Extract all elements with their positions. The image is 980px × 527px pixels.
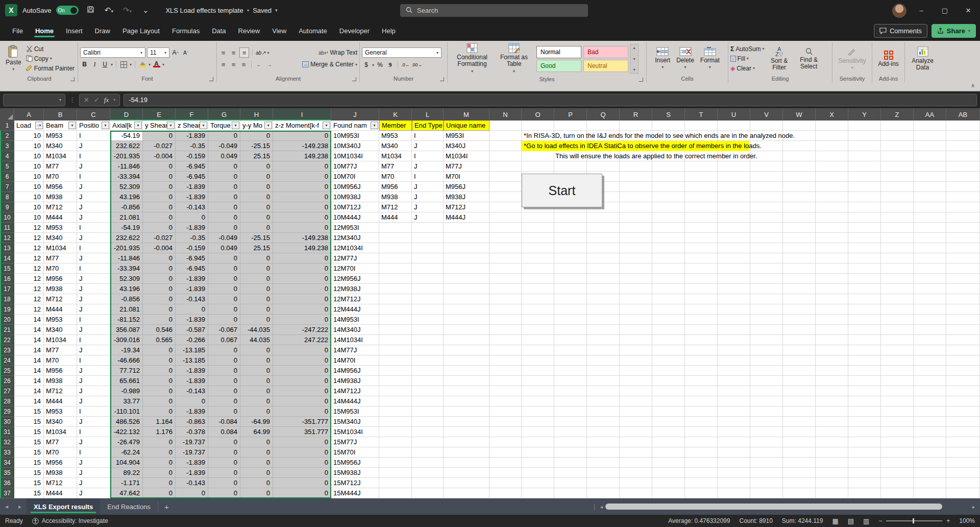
cell-Z36[interactable] xyxy=(881,478,914,488)
cell-Z29[interactable] xyxy=(881,406,914,417)
cell-G36[interactable]: 0 xyxy=(208,478,240,488)
cell-S1[interactable] xyxy=(652,121,685,131)
cell-C23[interactable]: J xyxy=(77,345,110,355)
cell-K33[interactable] xyxy=(379,447,412,458)
cell-K16[interactable] xyxy=(379,274,412,284)
cell-L32[interactable] xyxy=(412,437,444,447)
cell-W12[interactable] xyxy=(783,233,816,243)
status-count[interactable]: Count: 8910 xyxy=(739,517,772,524)
cell-V29[interactable] xyxy=(750,406,783,417)
cell-T1[interactable] xyxy=(685,121,718,131)
cell-V33[interactable] xyxy=(750,447,783,458)
cell-Q37[interactable] xyxy=(587,488,620,498)
cell-O1[interactable] xyxy=(522,121,554,131)
cell-M31[interactable] xyxy=(444,427,489,437)
cell-T18[interactable] xyxy=(685,294,718,304)
cell-N32[interactable] xyxy=(489,437,522,447)
cell-W14[interactable] xyxy=(783,253,816,264)
cell-J25[interactable]: 14M956J xyxy=(331,366,379,376)
cell-I7[interactable]: 0 xyxy=(273,182,331,192)
cell-N34[interactable] xyxy=(489,458,522,468)
cell-G26[interactable]: 0 xyxy=(208,376,240,386)
cell-W9[interactable] xyxy=(783,202,816,212)
cell-K3[interactable]: M340 xyxy=(379,141,412,151)
cell-J12[interactable]: 12M340J xyxy=(331,233,379,243)
cell-D8[interactable]: 43.196 xyxy=(110,192,143,202)
cell-U35[interactable] xyxy=(718,468,750,478)
cell-AA26[interactable] xyxy=(914,376,946,386)
cell-C35[interactable]: J xyxy=(77,468,110,478)
cell-X5[interactable] xyxy=(816,161,848,172)
cell-P32[interactable] xyxy=(554,437,587,447)
cell-G34[interactable]: 0 xyxy=(208,458,240,468)
cell-AA20[interactable] xyxy=(914,315,946,325)
cell-H15[interactable]: 0 xyxy=(240,264,273,274)
cell-T8[interactable] xyxy=(685,192,718,202)
cell-E24[interactable]: 0 xyxy=(143,355,176,366)
cell-H29[interactable]: 0 xyxy=(240,406,273,417)
cell-A33[interactable]: 15 xyxy=(14,447,44,458)
cell-K18[interactable] xyxy=(379,294,412,304)
col-header-W[interactable]: W xyxy=(783,108,816,121)
cell-Y21[interactable] xyxy=(848,325,881,335)
cell-P28[interactable] xyxy=(554,396,587,406)
cell-E34[interactable]: 0 xyxy=(143,458,176,468)
cell-D17[interactable]: 43.196 xyxy=(110,284,143,294)
cell-K15[interactable] xyxy=(379,264,412,274)
cell-L27[interactable] xyxy=(412,386,444,396)
select-all-corner[interactable] xyxy=(0,108,14,121)
cell-Z26[interactable] xyxy=(881,376,914,386)
cell-Y25[interactable] xyxy=(848,366,881,376)
cell-C4[interactable]: I xyxy=(77,151,110,161)
cell-U31[interactable] xyxy=(718,427,750,437)
cell-T5[interactable] xyxy=(685,161,718,172)
cell-V26[interactable] xyxy=(750,376,783,386)
cell-AB30[interactable] xyxy=(946,417,980,427)
cell-M4[interactable]: M1034I xyxy=(444,151,489,161)
cell-U17[interactable] xyxy=(718,284,750,294)
cell-K26[interactable] xyxy=(379,376,412,386)
cell-AB26[interactable] xyxy=(946,376,980,386)
cell-AB18[interactable] xyxy=(946,294,980,304)
cell-T25[interactable] xyxy=(685,366,718,376)
cell-G2[interactable]: 0 xyxy=(208,131,240,141)
cell-P31[interactable] xyxy=(554,427,587,437)
number-dialog-launcher-icon[interactable] xyxy=(440,77,444,81)
cell-D9[interactable]: -0.856 xyxy=(110,202,143,212)
cell-F18[interactable]: -0.143 xyxy=(176,294,208,304)
cell-Z23[interactable] xyxy=(881,345,914,355)
align-center-button[interactable]: ≡ xyxy=(229,60,238,69)
cell-V30[interactable] xyxy=(750,417,783,427)
cell-T23[interactable] xyxy=(685,345,718,355)
cell-K32[interactable] xyxy=(379,437,412,447)
cell-N22[interactable] xyxy=(489,335,522,345)
cell-S22[interactable] xyxy=(652,335,685,345)
align-bottom-button[interactable]: ≡ xyxy=(239,47,249,58)
cell-L31[interactable] xyxy=(412,427,444,437)
cell-C33[interactable]: I xyxy=(77,447,110,458)
cell-N23[interactable] xyxy=(489,345,522,355)
cell-A2[interactable]: 10 xyxy=(14,131,44,141)
cell-L33[interactable] xyxy=(412,447,444,458)
font-size-select[interactable]: 11 ▾ xyxy=(147,47,169,58)
cell-Q36[interactable] xyxy=(587,478,620,488)
cell-V18[interactable] xyxy=(750,294,783,304)
collapse-ribbon-icon[interactable]: ∧ xyxy=(971,82,975,89)
cell-Y37[interactable] xyxy=(848,488,881,498)
cell-M28[interactable] xyxy=(444,396,489,406)
cell-N37[interactable] xyxy=(489,488,522,498)
cell-S17[interactable] xyxy=(652,284,685,294)
cell-H34[interactable]: 0 xyxy=(240,458,273,468)
cell-Z11[interactable] xyxy=(881,223,914,233)
accessibility-status[interactable]: Accessibility: Investigate xyxy=(32,517,108,524)
cell-B11[interactable]: M953 xyxy=(44,223,77,233)
cell-X18[interactable] xyxy=(816,294,848,304)
cell-R18[interactable] xyxy=(620,294,652,304)
insert-cells-button[interactable]: Insert ▾ xyxy=(652,42,673,75)
cell-G1[interactable]: Torque▾ xyxy=(208,121,240,131)
cell-V19[interactable] xyxy=(750,304,783,315)
cell-G25[interactable]: 0 xyxy=(208,366,240,376)
cell-P17[interactable] xyxy=(554,284,587,294)
row-header-21[interactable]: 21 xyxy=(0,325,14,335)
cell-B24[interactable]: M70 xyxy=(44,355,77,366)
